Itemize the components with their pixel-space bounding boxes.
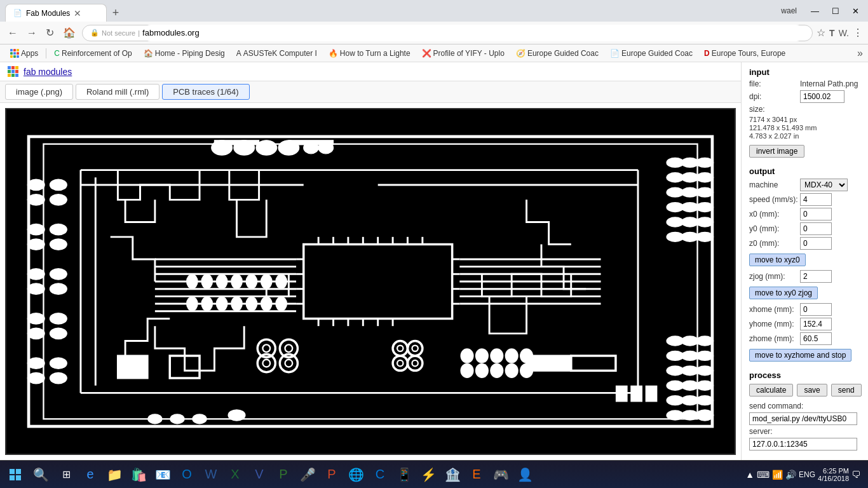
browser-tab[interactable]: 📄 Fab Modules ✕ bbox=[5, 4, 107, 22]
zjog-input[interactable] bbox=[800, 270, 832, 283]
taskbar-app2[interactable]: ⚡ bbox=[417, 463, 440, 486]
close-btn[interactable]: ✕ bbox=[848, 5, 863, 17]
svg-point-155 bbox=[262, 360, 270, 367]
taskbar-user[interactable]: 👤 bbox=[513, 463, 536, 486]
speed-input[interactable] bbox=[800, 193, 832, 206]
server-input[interactable] bbox=[749, 438, 857, 451]
tray-arrow[interactable]: ▲ bbox=[745, 470, 754, 480]
tray-volume[interactable]: 🔊 bbox=[785, 470, 796, 480]
tab-image-png[interactable]: image (.png) bbox=[5, 84, 73, 100]
star-icon[interactable]: ☆ bbox=[817, 27, 825, 39]
taskbar-visio[interactable]: V bbox=[248, 463, 271, 486]
language-btn[interactable]: ENG bbox=[799, 470, 815, 479]
taskbar-mail[interactable]: 📧 bbox=[151, 463, 174, 486]
bookmark-asus[interactable]: A ASUSTeK Computer I bbox=[231, 48, 322, 59]
cortana-btn[interactable]: 🔍 bbox=[28, 462, 53, 487]
bookmark-europe1[interactable]: 🧭 Europe Guided Coac bbox=[511, 48, 604, 59]
svg-point-131 bbox=[475, 348, 489, 363]
tray-input[interactable]: ⌨ bbox=[757, 470, 770, 480]
back-btn[interactable]: ← bbox=[5, 26, 20, 40]
svg-point-42 bbox=[696, 202, 714, 212]
bookmark-reinforcement[interactable]: C Reinforcement of Op bbox=[49, 48, 137, 59]
zhome-input[interactable] bbox=[800, 332, 832, 345]
move-xy0zjog-btn[interactable]: move to xy0 zjog bbox=[749, 287, 818, 299]
z0-input[interactable] bbox=[800, 237, 832, 250]
taskbar-outlook[interactable]: O bbox=[175, 463, 198, 486]
taskbar-banking[interactable]: 🏦 bbox=[441, 463, 464, 486]
svg-point-60 bbox=[696, 381, 714, 391]
y0-input[interactable] bbox=[800, 222, 832, 235]
taskbar-word[interactable]: W bbox=[200, 463, 222, 486]
taskbar-files[interactable]: 📁 bbox=[103, 463, 126, 486]
svg-point-138 bbox=[505, 363, 519, 378]
taskbar-orange[interactable]: E bbox=[465, 463, 488, 486]
move-xyzhome-btn[interactable]: move to xyzhome and stop bbox=[749, 349, 851, 362]
reload-btn[interactable]: ↻ bbox=[43, 25, 57, 40]
svg-point-27 bbox=[50, 313, 67, 325]
taskbar-project[interactable]: P bbox=[272, 463, 295, 486]
minimize-btn[interactable]: — bbox=[807, 5, 823, 17]
ext-icon[interactable]: W. bbox=[839, 28, 849, 38]
bookmarks-more-btn[interactable]: » bbox=[857, 48, 863, 59]
taskbar-apps: e 📁 🛍️ 📧 O W X V P 🎤 P 🌐 C 📱 ⚡ 🏦 E 🎮 👤 bbox=[79, 463, 745, 486]
invert-image-btn[interactable]: invert image bbox=[749, 145, 804, 158]
new-tab-btn[interactable]: + bbox=[107, 4, 125, 22]
tab-pcb-traces[interactable]: PCB traces (1/64) bbox=[162, 84, 249, 100]
bookmark-europe3[interactable]: D Europe Tours, Europe bbox=[699, 48, 790, 59]
input-section: input file: Internal Path.png dpi: size:… bbox=[749, 67, 860, 159]
bookmarks-apps[interactable]: Apps bbox=[5, 48, 43, 59]
taskbar-edge[interactable]: e bbox=[79, 463, 102, 486]
dpi-row: dpi: bbox=[749, 90, 860, 103]
home-btn[interactable]: 🏠 bbox=[60, 25, 78, 40]
z0-row: z0 (mm): bbox=[749, 237, 860, 250]
svg-point-126 bbox=[231, 296, 243, 311]
yhome-input[interactable] bbox=[800, 318, 832, 330]
calculate-btn[interactable]: calculate bbox=[749, 384, 793, 396]
taskbar-ppt[interactable]: P bbox=[320, 463, 343, 486]
taskbar-app1[interactable]: C bbox=[369, 463, 391, 486]
taskbar-game[interactable]: 🎮 bbox=[489, 463, 512, 486]
task-view-btn[interactable]: ⊞ bbox=[53, 462, 79, 487]
fab-logo-link[interactable]: fab modules bbox=[24, 67, 72, 77]
send-command-label: send command: bbox=[749, 402, 803, 410]
dpi-label: dpi: bbox=[749, 92, 800, 101]
svg-point-17 bbox=[27, 313, 45, 325]
t-icon[interactable]: T bbox=[829, 28, 835, 38]
clock-time: 6:25 PM bbox=[818, 467, 849, 475]
machine-label: machine bbox=[749, 180, 800, 189]
send-btn[interactable]: send bbox=[831, 384, 862, 396]
taskbar-clock[interactable]: 6:25 PM 4/16/2018 bbox=[818, 467, 849, 482]
xhome-input[interactable] bbox=[800, 303, 832, 316]
taskbar-store[interactable]: 🛍️ bbox=[127, 463, 150, 486]
taskbar-skype[interactable]: 📱 bbox=[393, 463, 416, 486]
taskbar-excel[interactable]: X bbox=[224, 463, 247, 486]
dpi-input[interactable] bbox=[800, 90, 844, 103]
apps-grid-icon bbox=[10, 49, 19, 58]
tab-roland-mill[interactable]: Roland mill (.rml) bbox=[76, 84, 159, 100]
address-input[interactable] bbox=[142, 25, 804, 41]
taskbar-teams[interactable]: 🎤 bbox=[296, 463, 319, 486]
bookmark-europe2[interactable]: 📄 Europe Guided Coac bbox=[605, 48, 698, 59]
machine-select[interactable]: MDX-40 MDX-20 Othermill bbox=[800, 179, 848, 191]
send-command-input[interactable] bbox=[749, 412, 857, 425]
pcb-svg bbox=[6, 109, 735, 454]
svg-point-134 bbox=[520, 348, 533, 363]
zjog-label: zjog (mm): bbox=[749, 272, 800, 281]
tray-network[interactable]: 📶 bbox=[772, 470, 783, 480]
taskbar-chrome[interactable]: 🌐 bbox=[344, 463, 367, 486]
bm-favicon-8: D bbox=[704, 49, 710, 58]
tray-notification[interactable]: 🗨 bbox=[851, 470, 860, 480]
x0-input[interactable] bbox=[800, 208, 832, 220]
menu-icon[interactable]: ⋮ bbox=[853, 27, 863, 39]
bookmark-yify[interactable]: ❌ Profile of YIFY - Uplo bbox=[417, 48, 510, 59]
forward-btn[interactable]: → bbox=[24, 26, 39, 40]
bookmark-lighter[interactable]: 🔥 How to Turn a Lighte bbox=[323, 48, 416, 59]
move-xyz0-btn[interactable]: move to xyz0 bbox=[749, 254, 806, 266]
bookmark-piping[interactable]: 🏠 Home - Piping Desig bbox=[139, 48, 230, 59]
address-bar: ← → ↻ 🏠 🔒 Not secure | ☆ T W. ⋮ bbox=[0, 22, 868, 44]
bm-label-8: Europe Tours, Europe bbox=[712, 49, 786, 58]
maximize-btn[interactable]: ☐ bbox=[828, 5, 843, 17]
tab-close-btn[interactable]: ✕ bbox=[74, 9, 81, 18]
start-button[interactable] bbox=[3, 462, 28, 487]
save-btn[interactable]: save bbox=[797, 384, 827, 396]
